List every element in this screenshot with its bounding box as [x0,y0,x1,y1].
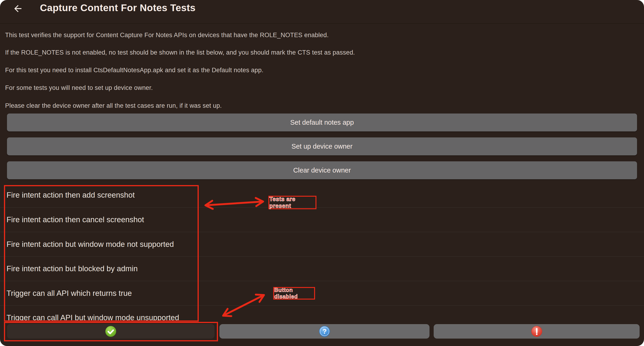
test-list-item[interactable]: Fire intent action but blocked by admin [0,256,644,281]
instruction-text: For this test you need to install CtsDef… [5,67,264,74]
page-title: Capture Content For Notes Tests [40,2,196,14]
test-list-item[interactable]: Fire intent action then cancel screensho… [0,207,644,232]
test-list-item[interactable]: Fire intent action then add screenshot [0,183,644,207]
test-list: Fire intent action then add screenshot F… [0,183,644,322]
test-list-item[interactable]: Trigger can call API but window mode uns… [0,305,644,322]
button-disabled-annotation: Button disabled [273,287,315,300]
exclamation-circle-icon [531,326,542,337]
check-circle-icon [105,326,116,337]
appbar-divider [0,23,644,24]
question-circle-icon: ? [319,326,330,337]
app-screen: Capture Content For Notes Tests This tes… [0,0,644,346]
instruction-text: If the ROLE_NOTES is not enabled, no tes… [5,49,355,56]
instruction-text: For some tests you will need to set up d… [5,84,153,92]
svg-text:?: ? [322,328,327,335]
back-button[interactable] [12,3,24,14]
instruction-text: This test verifies the support for Conte… [5,32,329,39]
test-list-item[interactable]: Fire intent action but window mode not s… [0,232,644,256]
tests-present-annotation: Tests are present [268,196,316,209]
set-up-device-owner-button[interactable]: Set up device owner [7,138,637,155]
info-button[interactable]: ? [220,324,430,338]
pass-button[interactable] [7,324,214,338]
test-list-item[interactable]: Trigger can all API which returns true [0,281,644,305]
arrow-left-icon [12,3,23,14]
instruction-text: Please clear the device owner after all … [5,102,222,109]
set-default-notes-app-button[interactable]: Set default notes app [7,114,637,132]
fail-button[interactable] [434,324,640,338]
clear-device-owner-button[interactable]: Clear device owner [7,162,637,179]
